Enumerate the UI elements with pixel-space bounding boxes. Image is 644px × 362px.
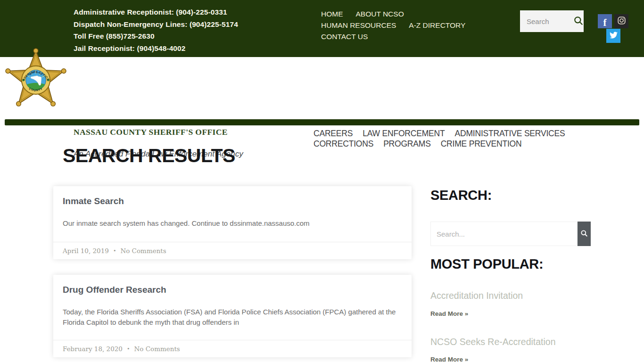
site-title[interactable]: NASSAU COUNTY SHERIFF'S OFFICE (74, 127, 228, 137)
nav-item-corrections[interactable]: CORRECTIONS (314, 139, 373, 148)
result-title-link[interactable]: Inmate Search (63, 196, 124, 206)
contact-list: Administrative Receptionist: (904)-225-0… (74, 6, 238, 54)
menu-item-contact-us[interactable]: CONTACT US (321, 32, 368, 41)
sidebar-search-button[interactable] (578, 222, 591, 246)
contact-jail-receptionist: Jail Receptionist: (904)548-4002 (74, 42, 238, 55)
nav-item-crime-prevention[interactable]: CRIME PREVENTION (441, 139, 522, 148)
read-more-link[interactable]: Read More » (430, 356, 468, 362)
search-result-card: Drug Offender Research Today, the Florid… (53, 275, 412, 357)
result-date: February 18, 2020 (63, 345, 123, 353)
header-search-input[interactable] (520, 17, 573, 25)
contact-dispatch: Dispatch Non-Emergency Lines: (904)225-5… (74, 18, 238, 31)
result-comments-link[interactable]: No Comments (120, 247, 166, 255)
sidebar-popular-heading: MOST POPULAR: (430, 256, 543, 272)
page-title: SEARCH RESULTS (63, 145, 235, 167)
twitter-icon (610, 31, 618, 41)
nav-item-administrative-services[interactable]: ADMINISTRATIVE SERVICES (455, 129, 565, 138)
meta-separator: • (127, 346, 130, 352)
result-date: April 10, 2019 (63, 247, 109, 255)
sidebar-search-form (430, 222, 591, 246)
result-comments-link[interactable]: No Comments (134, 345, 180, 353)
site-header: NASSAU COUNTY SHERIFF'S OFFICE An Accred… (0, 57, 644, 119)
menu-item-home[interactable]: HOME (321, 9, 343, 19)
menu-item-human-resources[interactable]: HUMAN RESOURCES (321, 21, 396, 30)
search-icon (580, 230, 588, 239)
facebook-icon: f (603, 17, 607, 29)
contact-toll-free: Toll Free (855)725-2630 (74, 30, 238, 42)
contact-admin-receptionist: Administrative Receptionist: (904)-225-0… (74, 6, 238, 18)
facebook-button[interactable]: f (598, 14, 612, 28)
result-excerpt: Our inmate search system has changed. Co… (63, 218, 398, 229)
main-nav: CAREERS LAW ENFORCEMENT ADMINISTRATIVE S… (314, 129, 577, 148)
search-result-card: Inmate Search Our inmate search system h… (53, 186, 412, 259)
result-meta: February 18, 2020 • No Comments (53, 340, 412, 357)
menu-item-az-directory[interactable]: A-Z DIRECTORY (409, 21, 465, 30)
header-search-box (520, 10, 584, 32)
sidebar-search-input[interactable] (430, 222, 578, 246)
twitter-button[interactable] (606, 29, 620, 43)
nav-item-programs[interactable]: PROGRAMS (383, 139, 431, 148)
instagram-button[interactable] (614, 14, 628, 28)
popular-post-link[interactable]: Accreditation Invitation (430, 290, 523, 301)
sidebar-search-heading: SEARCH: (430, 188, 492, 203)
result-title-link[interactable]: Drug Offender Research (63, 285, 166, 295)
result-meta: April 10, 2019 • No Comments (53, 242, 412, 259)
nav-item-careers[interactable]: CAREERS (314, 129, 353, 138)
top-menu: HOME ABOUT NCSO HUMAN RESOURCES A-Z DIRE… (321, 9, 492, 41)
search-icon (573, 16, 584, 27)
read-more-link[interactable]: Read More » (430, 310, 468, 317)
header-search-button[interactable] (573, 10, 584, 32)
result-excerpt: Today, the Florida Sheriffs Association … (63, 307, 398, 327)
nav-item-law-enforcement[interactable]: LAW ENFORCEMENT (363, 129, 445, 138)
sheriff-star-logo[interactable]: SHERIFF'S OFFICE COUNTY NASSAU (4, 46, 68, 110)
green-divider-bar (5, 119, 639, 125)
popular-post-link[interactable]: NCSO Seeks Re-Accreditation (430, 337, 556, 347)
top-contact-bar: Administrative Receptionist: (904)-225-0… (0, 0, 644, 57)
meta-separator: • (113, 248, 116, 254)
instagram-icon (618, 16, 626, 26)
menu-item-about-ncso[interactable]: ABOUT NCSO (356, 9, 404, 19)
page: Administrative Receptionist: (904)-225-0… (0, 0, 644, 362)
